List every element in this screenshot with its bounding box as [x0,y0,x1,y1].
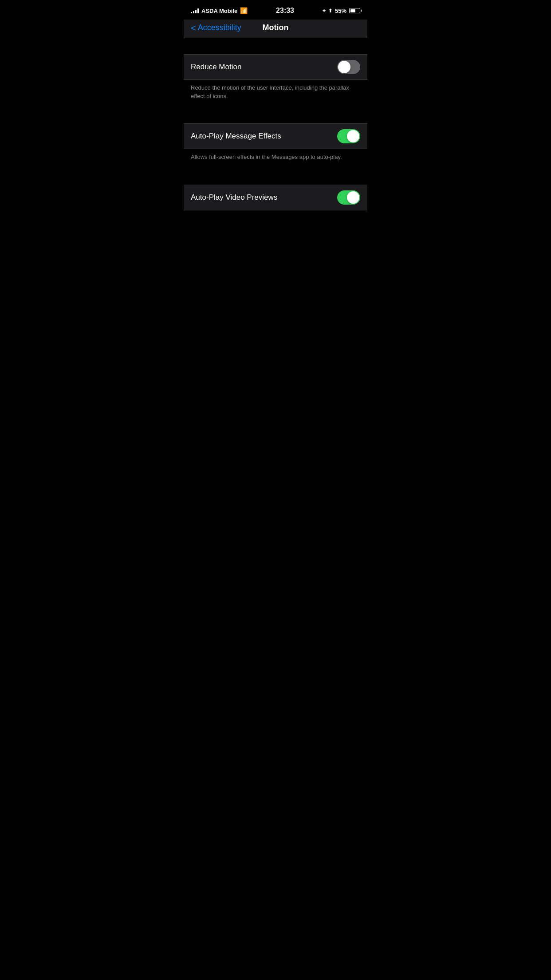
reduce-motion-section: Reduce Motion [184,54,367,80]
page-title: Motion [263,23,289,32]
reduce-motion-row: Reduce Motion [184,55,367,79]
reduce-motion-toggle[interactable] [337,60,360,74]
status-right: ⌖ ⬆ 55% [323,8,360,14]
battery-icon [349,8,360,13]
chevron-left-icon: < [191,24,196,32]
reduce-motion-label: Reduce Motion [191,63,241,71]
time-label: 23:33 [276,7,294,15]
auto-play-video-label: Auto-Play Video Previews [191,193,277,202]
section-gap-1 [184,107,367,123]
toggle-knob-3 [347,191,359,204]
auto-play-video-section: Auto-Play Video Previews [184,185,367,210]
toggle-knob-2 [347,130,359,142]
auto-play-message-row: Auto-Play Message Effects [184,124,367,149]
section-gap-2 [184,169,367,185]
battery-fill [350,9,355,12]
toggle-knob [338,61,350,73]
reduce-motion-description-section: Reduce the motion of the user interface,… [184,80,367,107]
battery-percent: 55% [335,8,346,14]
back-button[interactable]: < Accessibility [191,23,241,32]
auto-play-video-row: Auto-Play Video Previews [184,185,367,210]
auto-play-video-toggle[interactable] [337,190,360,205]
auto-play-message-description: Allows full-screen effects in the Messag… [191,154,342,160]
top-spacer [184,38,367,54]
carrier-label: ASDA Mobile [201,8,237,14]
location-icon: ⌖ [323,8,326,14]
back-label[interactable]: Accessibility [198,23,241,32]
gps-icon: ⬆ [328,8,332,14]
auto-play-message-toggle[interactable] [337,129,360,143]
reduce-motion-description: Reduce the motion of the user interface,… [191,84,349,99]
status-left: ASDA Mobile 📶 [191,7,248,14]
wifi-icon: 📶 [240,7,248,14]
nav-bar: < Accessibility Motion [184,20,367,38]
auto-play-message-description-section: Allows full-screen effects in the Messag… [184,149,367,168]
status-bar: ASDA Mobile 📶 23:33 ⌖ ⬆ 55% [184,0,367,20]
auto-play-message-label: Auto-Play Message Effects [191,132,281,141]
signal-bars-icon [191,8,199,13]
auto-play-message-section: Auto-Play Message Effects [184,123,367,149]
